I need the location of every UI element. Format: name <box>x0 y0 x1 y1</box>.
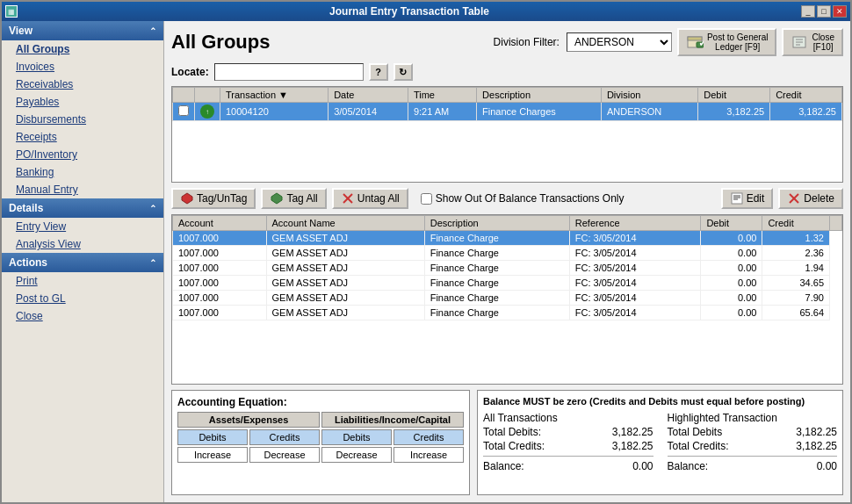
minimize-button[interactable]: _ <box>801 5 815 18</box>
edit-label: Edit <box>747 192 765 205</box>
balance-grid: All Transactions Total Debits: 3,182.25 … <box>483 412 837 474</box>
detail-row[interactable]: 1007.000 GEM ASSET ADJ Finance Charge FC… <box>173 261 842 276</box>
col-description: Description <box>477 88 602 103</box>
acct-debits-1: Debits <box>177 429 248 445</box>
detail-row[interactable]: 1007.000 GEM ASSET ADJ Finance Charge FC… <box>173 291 842 306</box>
detail-account: 1007.000 <box>173 246 267 261</box>
balance-row: Balance: 0.00 <box>483 460 653 472</box>
division-filter-select[interactable]: ANDERSON <box>567 32 672 52</box>
detail-row[interactable]: 1007.000 GEM ASSET ADJ Finance Charge FC… <box>173 231 842 246</box>
title-bar-left: ▦ <box>5 5 18 18</box>
actions-section-label: Actions <box>9 256 47 269</box>
detail-debit: 0.00 <box>701 261 762 276</box>
sidebar-item-all-groups[interactable]: All Groups <box>2 40 163 58</box>
total-debits-value: 3,182.25 <box>592 426 653 438</box>
hl-total-credits-row: Total Credits: 3,182.25 <box>668 440 838 452</box>
show-out-of-balance-checkbox[interactable] <box>421 193 432 205</box>
detail-table-container: Account Account Name Description Referen… <box>171 214 843 385</box>
accounting-equation-box: Accounting Equation: Assets/Expenses Lia… <box>171 390 470 495</box>
panel-title: All Groups <box>171 31 270 54</box>
tag-untag-label: Tag/UnTag <box>197 192 247 205</box>
detail-account-name: GEM ASSET ADJ <box>266 276 424 291</box>
row-time: 9:21 AM <box>408 103 476 121</box>
sidebar-item-post-to-gl[interactable]: Post to GL <box>2 290 163 307</box>
main-content: View ⌃ All Groups Invoices Receivables P… <box>2 21 850 502</box>
window-controls: _ □ ✕ <box>801 5 847 18</box>
acct-row2: Increase Decrease Decrease Increase <box>177 447 464 463</box>
sidebar-item-analysis-view[interactable]: Analysis View <box>2 235 163 253</box>
row-checkbox[interactable] <box>178 105 189 116</box>
hl-total-credits-value: 3,182.25 <box>776 440 837 452</box>
hl-total-debits-label: Total Debits <box>668 426 723 438</box>
locate-help-button[interactable]: ? <box>369 63 388 81</box>
detail-account: 1007.000 <box>173 261 267 276</box>
close-label: Close [F10] <box>812 32 834 52</box>
sidebar-item-manual-entry[interactable]: Manual Entry <box>2 181 163 198</box>
acct-increase-2: Increase <box>394 447 464 463</box>
sidebar-item-payables[interactable]: Payables <box>2 93 163 111</box>
col-credit: Credit <box>770 88 842 103</box>
close-window-button[interactable]: ✕ <box>833 5 847 18</box>
sidebar-item-entry-view[interactable]: Entry View <box>2 218 163 235</box>
detail-credit: 1.94 <box>762 261 830 276</box>
sidebar-item-receipts[interactable]: Receipts <box>2 128 163 146</box>
toolbar-right: Division Filter: ANDERSON ✓ <box>494 28 843 56</box>
acct-header-row: Assets/Expenses Liabilities/Income/Capit… <box>177 412 464 428</box>
show-out-of-balance-label[interactable]: Show Out Of Balance Transactions Only <box>421 192 625 205</box>
view-section-header[interactable]: View ⌃ <box>2 21 163 40</box>
hl-total-debits-value: 3,182.25 <box>776 426 837 438</box>
detail-reference: FC: 3/05/2014 <box>569 291 701 306</box>
delete-button[interactable]: Delete <box>778 188 843 209</box>
detail-col-scroll <box>830 216 842 231</box>
balance-label: Balance: <box>483 460 524 472</box>
sidebar-item-receivables[interactable]: Receivables <box>2 76 163 93</box>
detail-credit: 1.32 <box>762 231 830 246</box>
details-section-header[interactable]: Details ⌃ <box>2 198 163 218</box>
acct-increase-1: Increase <box>177 447 248 463</box>
col-transaction[interactable]: Transaction ▼ <box>220 88 329 103</box>
highlighted-transaction-col: Highlighted Transaction Total Debits 3,1… <box>668 412 838 474</box>
detail-reference: FC: 3/05/2014 <box>569 246 701 261</box>
detail-description: Finance Charge <box>424 246 569 261</box>
untag-all-button[interactable]: Untag All <box>332 188 408 209</box>
detail-account: 1007.000 <box>173 231 267 246</box>
sidebar-item-close[interactable]: Close <box>2 307 163 325</box>
detail-col-account-name: Account Name <box>266 216 424 231</box>
all-transactions-label: All Transactions <box>483 412 558 424</box>
total-debits-row: Total Debits: 3,182.25 <box>483 426 653 438</box>
close-button[interactable]: Close [F10] <box>782 28 843 56</box>
row-division: ANDERSON <box>601 103 697 121</box>
view-chevron-icon: ⌃ <box>149 26 156 36</box>
row-icon-cell: ↑ <box>195 103 220 121</box>
detail-row[interactable]: 1007.000 GEM ASSET ADJ Finance Charge FC… <box>173 246 842 261</box>
acct-col1-header: Assets/Expenses <box>177 412 320 428</box>
row-checkbox-cell <box>173 103 195 121</box>
untag-all-icon <box>341 191 355 205</box>
hl-total-debits-row: Total Debits 3,182.25 <box>668 426 838 438</box>
restore-button[interactable]: □ <box>817 5 831 18</box>
detail-account-name: GEM ASSET ADJ <box>266 246 424 261</box>
sidebar-item-invoices[interactable]: Invoices <box>2 58 163 76</box>
post-to-gl-label: Post to General Ledger [F9] <box>707 32 768 52</box>
detail-account: 1007.000 <box>173 276 267 291</box>
locate-input[interactable] <box>214 63 364 81</box>
detail-row[interactable]: 1007.000 GEM ASSET ADJ Finance Charge FC… <box>173 276 842 291</box>
actions-section-header[interactable]: Actions ⌃ <box>2 253 163 272</box>
row-description: Finance Charges <box>477 103 602 121</box>
transaction-row[interactable]: ↑ 10004120 3/05/2014 9:21 AM Finance Cha… <box>173 103 842 121</box>
post-to-gl-button[interactable]: ✓ Post to General Ledger [F9] <box>677 28 776 56</box>
sidebar-item-po-inventory[interactable]: PO/Inventory <box>2 146 163 163</box>
locate-refresh-button[interactable]: ↻ <box>394 63 413 81</box>
tag-untag-icon <box>180 191 194 205</box>
sidebar-item-disbursements[interactable]: Disbursements <box>2 111 163 128</box>
sidebar-item-print[interactable]: Print <box>2 272 163 290</box>
row-status-icon: ↑ <box>200 104 214 119</box>
edit-button[interactable]: Edit <box>721 188 774 209</box>
hl-balance-row: Balance: 0.00 <box>668 460 838 472</box>
tag-untag-button[interactable]: Tag/UnTag <box>171 188 256 209</box>
col-time: Time <box>408 88 476 103</box>
highlighted-header-row: Highlighted Transaction <box>668 412 838 424</box>
detail-row[interactable]: 1007.000 GEM ASSET ADJ Finance Charge FC… <box>173 306 842 320</box>
sidebar-item-banking[interactable]: Banking <box>2 163 163 181</box>
tag-all-button[interactable]: Tag All <box>261 188 326 209</box>
